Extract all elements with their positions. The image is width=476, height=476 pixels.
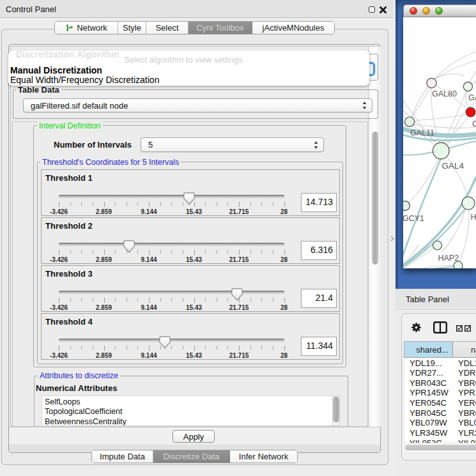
svg-text:GAL11: GAL11 — [410, 128, 434, 137]
svg-text:GCY1: GCY1 — [403, 214, 424, 223]
svg-text:H: H — [471, 213, 476, 222]
svg-text:C: C — [472, 119, 476, 128]
svg-text:GA: GA — [468, 93, 476, 102]
svg-text:GAL4: GAL4 — [442, 161, 464, 171]
svg-text:HAP2: HAP2 — [438, 254, 459, 263]
svg-text:GAL80: GAL80 — [432, 89, 457, 98]
